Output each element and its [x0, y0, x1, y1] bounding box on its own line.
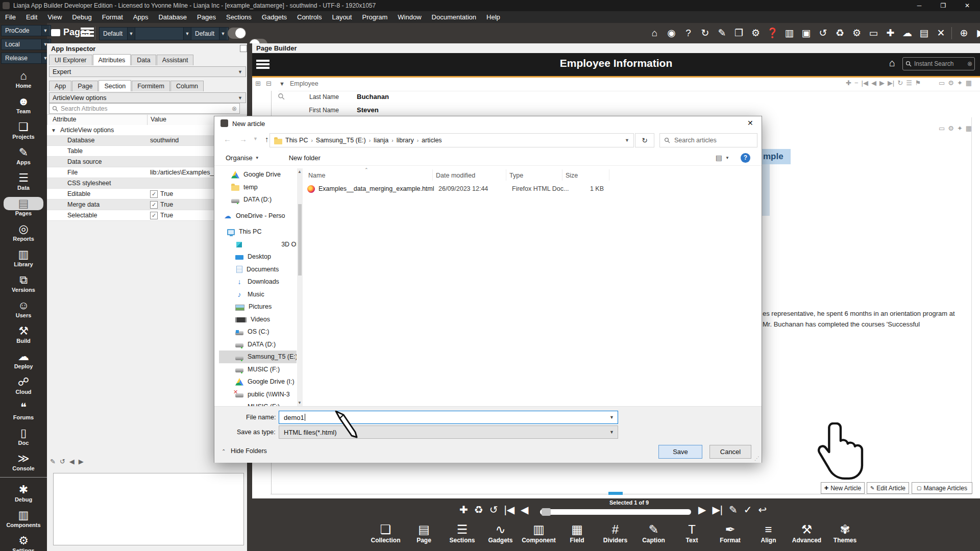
sidebar-item-debug[interactable]: ✱Debug: [0, 481, 47, 506]
address-chevron-icon[interactable]: ▼: [625, 138, 629, 143]
sidebar-item-console[interactable]: ≫Console: [0, 449, 47, 475]
organise-menu[interactable]: Organise: [226, 154, 253, 162]
menu-program[interactable]: Program: [357, 11, 393, 23]
remove-record-icon[interactable]: −: [854, 79, 859, 87]
default-select-3[interactable]: Default▼: [191, 27, 229, 40]
sidebar-item-cloud[interactable]: ☍Cloud: [0, 373, 47, 398]
trash-icon[interactable]: ♻: [831, 23, 848, 43]
first-record-icon[interactable]: |◀: [862, 79, 868, 87]
column-name[interactable]: Name: [305, 169, 433, 181]
template-doc-icon[interactable]: ❐: [730, 23, 747, 43]
hide-folders-button[interactable]: Hide Folders: [231, 447, 267, 455]
grid-icon[interactable]: ▦: [966, 79, 972, 87]
restore-icon[interactable]: ↺: [489, 498, 498, 521]
clear-search-icon[interactable]: ⊗: [967, 60, 972, 67]
home-icon[interactable]: ⌂: [889, 57, 895, 69]
instant-search-input[interactable]: Instant Search ⊗: [902, 57, 975, 70]
sidebar-item-build[interactable]: ⚒Build: [0, 322, 47, 347]
dock-item-align[interactable]: ≡Align: [749, 522, 788, 544]
new-article-button[interactable]: ✚ New Article: [821, 482, 865, 494]
sidebar-item-team[interactable]: ☻Team: [0, 92, 47, 118]
new-doc-icon[interactable]: ✚: [882, 23, 899, 43]
dock-item-component[interactable]: ▥Component: [520, 522, 558, 544]
filter-edit-icon[interactable]: ✎: [729, 498, 738, 521]
breadcrumb-lianja[interactable]: lianja: [371, 137, 391, 144]
edit-app-icon[interactable]: ✎: [714, 23, 730, 43]
menu-help[interactable]: Help: [481, 11, 505, 23]
history-chevron-icon[interactable]: ▼: [253, 136, 258, 141]
record-slider-track[interactable]: [540, 509, 691, 515]
refresh-section-icon[interactable]: ↻: [897, 79, 903, 87]
refresh-preview-icon[interactable]: ↺: [60, 458, 65, 465]
tree-item-pictures[interactable]: Pictures: [219, 300, 297, 313]
settings-gears-icon[interactable]: ⚙: [747, 23, 764, 43]
hamburger-icon[interactable]: [81, 26, 94, 38]
breadcrumb-this-pc[interactable]: This PC: [282, 137, 311, 144]
undo-icon[interactable]: ↩: [758, 498, 767, 521]
dock-item-themes[interactable]: ✾Themes: [826, 522, 864, 544]
field-value[interactable]: Buchanan: [357, 93, 389, 101]
dock-item-advanced[interactable]: ⚒Advanced: [788, 522, 826, 544]
refresh-button[interactable]: ↻: [635, 133, 654, 147]
flag-icon[interactable]: ⚑: [915, 79, 921, 87]
attributes-search-input[interactable]: Search Attributes ⊗: [49, 103, 240, 114]
pin-icon[interactable]: ✦: [957, 79, 963, 87]
undo-icon[interactable]: ↺: [815, 23, 831, 43]
address-bar[interactable]: This PC›Samsung_T5 (E:)›lianja›library›a…: [270, 133, 634, 147]
dock-item-format[interactable]: ✒Format: [711, 522, 749, 544]
column-type[interactable]: Type: [506, 169, 562, 181]
sidebar-item-components[interactable]: ▥Components: [0, 506, 47, 532]
default-select-2[interactable]: ▼: [135, 27, 193, 40]
draw-icon[interactable]: ✎: [50, 458, 56, 465]
run-icon[interactable]: ▶: [972, 23, 980, 43]
last-record-icon[interactable]: ▶|: [888, 79, 894, 87]
scroll-indicator[interactable]: [608, 492, 623, 495]
scope-tab-page[interactable]: Page: [72, 81, 98, 91]
tab-data[interactable]: Data: [131, 55, 156, 65]
menu-documentation[interactable]: Documentation: [427, 11, 481, 23]
tree-item-data-d-[interactable]: DATA (D:): [219, 338, 297, 351]
menu-window[interactable]: Window: [393, 11, 426, 23]
menu-database[interactable]: Database: [153, 11, 192, 23]
close-app-icon[interactable]: ✕: [933, 23, 949, 43]
save-button[interactable]: Save: [658, 445, 702, 459]
file-row[interactable]: Examples__data_merging_example.html 26/0…: [305, 183, 754, 194]
sidebar-item-versions[interactable]: ⧉Versions: [0, 271, 47, 296]
menu-layout[interactable]: Layout: [327, 11, 357, 23]
cloud-upload-icon[interactable]: ☁: [899, 23, 916, 43]
attribute-value[interactable]: lib:/articles\Examples__: [147, 169, 217, 176]
dialog-titlebar[interactable]: New article ✕: [214, 116, 762, 131]
sidebar-item-projects[interactable]: ❏Projects: [0, 118, 47, 143]
tree-scrollbar[interactable]: ▲ ▼: [297, 168, 303, 406]
dock-item-collection[interactable]: ❏Collection: [366, 522, 405, 544]
default-select-1[interactable]: Default▼: [99, 27, 137, 40]
help-icon[interactable]: ?: [741, 153, 750, 163]
doc-help-icon[interactable]: ❓: [764, 23, 781, 43]
attribute-value[interactable]: southwind: [147, 137, 179, 144]
dock-item-page[interactable]: ▤Page: [405, 522, 443, 544]
tab-attributes[interactable]: Attributes: [93, 54, 131, 65]
section-search-icon[interactable]: [278, 93, 285, 100]
forward-icon[interactable]: →: [239, 135, 247, 143]
checkbox-icon[interactable]: ✓: [150, 212, 158, 219]
add-record-icon[interactable]: ✚: [846, 79, 851, 87]
tree-item-music-f-[interactable]: MUSIC (F:): [219, 400, 297, 406]
menu-pages[interactable]: Pages: [192, 11, 221, 23]
help-shield-icon[interactable]: ?: [680, 23, 697, 43]
dialog-close-icon[interactable]: ✕: [747, 119, 753, 127]
menu-view[interactable]: View: [42, 11, 67, 23]
attribute-value[interactable]: ✓True: [147, 201, 173, 209]
sidebar-item-apps[interactable]: ✎Apps: [0, 143, 47, 169]
dock-item-dividers[interactable]: #Dividers: [596, 522, 634, 544]
sidebar-item-pages[interactable]: ▤Pages: [0, 194, 47, 220]
delete-icon[interactable]: ♻: [474, 498, 483, 521]
tab-assistant[interactable]: Assistant: [157, 55, 194, 65]
view-mode-icon[interactable]: ▤: [716, 154, 722, 162]
options-select[interactable]: ArticleView options▼: [49, 92, 246, 103]
collapse-all-icon[interactable]: ⊟: [266, 80, 272, 87]
checkbox-icon[interactable]: ✓: [150, 201, 158, 209]
save-icon[interactable]: ▣: [798, 23, 815, 43]
menu-debug[interactable]: Debug: [67, 11, 96, 23]
sidebar-item-home[interactable]: ⌂Home: [0, 67, 47, 92]
gear-icon[interactable]: ⚙: [948, 124, 954, 132]
